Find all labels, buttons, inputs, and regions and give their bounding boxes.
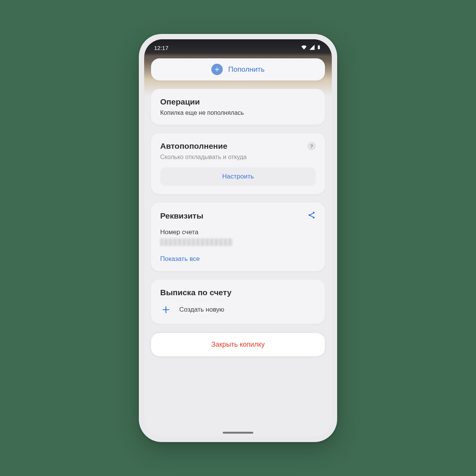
status-time: 12:17 [154, 45, 169, 51]
cell-signal-icon [309, 44, 315, 51]
battery-icon [317, 44, 321, 52]
help-icon[interactable]: ? [307, 142, 316, 150]
wifi-icon [301, 44, 307, 52]
topup-label: Пополнить [228, 65, 264, 74]
close-piggybank-button[interactable]: Закрыть копилку [151, 333, 325, 356]
autotopup-title: Автопополнение [160, 142, 227, 151]
account-number-label: Номер счета [160, 228, 316, 236]
screen: 12:17 Пополнить Опер [144, 39, 332, 437]
requisites-card: Реквизиты Номер счета Показать все [151, 203, 325, 271]
phone-frame: 12:17 Пополнить Опер [139, 34, 337, 442]
plus-icon [160, 304, 172, 315]
operations-subtitle: Копилка еще не пополнялась [160, 109, 316, 116]
home-indicator[interactable] [223, 432, 253, 434]
operations-card: Операции Копилка еще не пополнялась [151, 89, 325, 125]
create-statement-label: Создать новую [179, 306, 224, 314]
create-statement-row[interactable]: Создать новую [160, 304, 316, 315]
requisites-title: Реквизиты [160, 211, 203, 220]
share-icon[interactable] [307, 211, 316, 221]
autotopup-subtitle: Сколько откладывать и откуда [160, 154, 316, 161]
plus-circle-icon [211, 64, 223, 75]
statement-title: Выписка по счету [160, 288, 316, 297]
content: Пополнить Операции Копилка еще не пополн… [144, 58, 332, 363]
account-number-value-blurred [160, 238, 233, 246]
status-bar: 12:17 [144, 39, 332, 56]
show-all-link[interactable]: Показать все [160, 255, 316, 263]
status-icons [301, 44, 321, 52]
operations-title: Операции [160, 97, 316, 106]
autotopup-card: Автопополнение ? Сколько откладывать и о… [151, 133, 325, 194]
statement-card: Выписка по счету Создать новую [151, 280, 325, 324]
topup-button[interactable]: Пополнить [151, 58, 325, 80]
configure-button[interactable]: Настроить [160, 167, 316, 186]
